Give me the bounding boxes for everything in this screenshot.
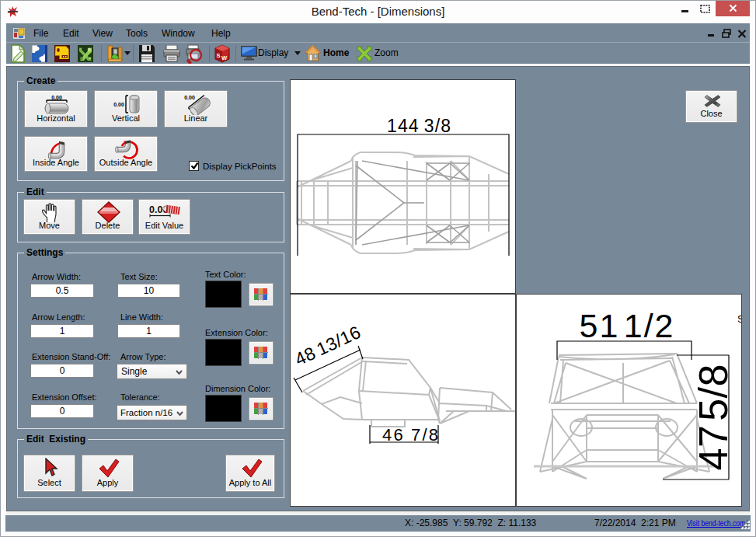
svg-text:W: W bbox=[221, 54, 228, 61]
svg-text:0.00: 0.00 bbox=[113, 102, 124, 107]
svg-text:51 1/2: 51 1/2 bbox=[580, 307, 674, 344]
svg-text:0.00: 0.00 bbox=[51, 95, 62, 100]
svg-text:46 7/8: 46 7/8 bbox=[382, 425, 438, 445]
svg-text:S: S bbox=[217, 52, 221, 59]
svg-text:S: S bbox=[737, 313, 741, 325]
svg-text:47 5/8: 47 5/8 bbox=[691, 364, 736, 471]
svg-text:0.00: 0.00 bbox=[184, 95, 195, 100]
svg-text:144 3/8: 144 3/8 bbox=[387, 116, 451, 136]
